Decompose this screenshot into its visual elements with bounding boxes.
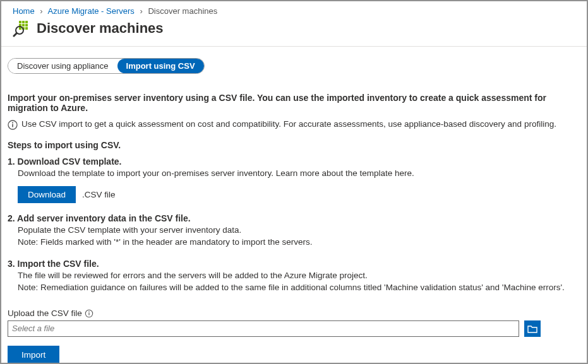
breadcrumb-azure-migrate-servers[interactable]: Azure Migrate - Servers: [48, 6, 135, 16]
svg-rect-0: [19, 21, 21, 23]
tab-import-using-csv[interactable]: Import using CSV: [117, 59, 204, 73]
svg-line-10: [14, 33, 16, 36]
browse-button[interactable]: [524, 320, 541, 337]
discovery-method-toggle: Discover using appliance Import using CS…: [8, 58, 205, 74]
info-text: Use CSV import to get a quick assessment…: [21, 119, 556, 129]
svg-rect-8: [25, 27, 28, 30]
step-2-body-1: Populate the CSV template with your serv…: [18, 225, 580, 237]
tab-discover-using-appliance[interactable]: Discover using appliance: [8, 59, 117, 73]
intro-text: Import your on-premises server inventory…: [8, 93, 580, 113]
svg-rect-16: [88, 313, 89, 315]
import-button[interactable]: Import: [8, 346, 59, 364]
step-2: 2. Add server inventory data in the CSV …: [8, 213, 580, 249]
svg-rect-1: [22, 21, 25, 23]
svg-point-15: [88, 312, 90, 313]
step-1-body: Download the template to import your on-…: [18, 168, 580, 180]
csv-file-label: .CSV file: [82, 190, 116, 199]
svg-rect-4: [22, 24, 25, 26]
step-2-head: 2. Add server inventory data in the CSV …: [8, 213, 580, 223]
discover-icon: [13, 20, 30, 37]
svg-rect-13: [12, 124, 13, 127]
step-3-body-2: Note: Remediation guidance on failures w…: [18, 282, 580, 294]
svg-rect-5: [25, 24, 28, 26]
step-3-head: 3. Import the CSV file.: [8, 259, 580, 269]
info-callout: Use CSV import to get a quick assessment…: [8, 119, 580, 130]
page-header: Discover machines: [1, 18, 587, 47]
page-title: Discover machines: [37, 20, 164, 37]
breadcrumb-home[interactable]: Home: [13, 6, 35, 16]
svg-point-12: [12, 122, 13, 124]
csv-file-input[interactable]: Select a file: [8, 320, 519, 337]
info-icon[interactable]: [85, 309, 93, 318]
breadcrumb: Home › Azure Migrate - Servers › Discove…: [1, 1, 587, 18]
step-2-body-2: Note: Fields marked with '*' in the head…: [18, 237, 580, 249]
step-3-body-1: The file will be reviewed for errors and…: [18, 270, 580, 282]
step-1-head: 1. Download CSV template.: [8, 156, 580, 167]
upload-label: Upload the CSV file: [8, 308, 82, 318]
step-3: 3. Import the CSV file. The file will be…: [8, 259, 580, 294]
step-1: 1. Download CSV template. Download the t…: [8, 156, 580, 203]
folder-icon: [527, 324, 537, 333]
steps-title: Steps to import using CSV.: [8, 140, 580, 150]
download-button[interactable]: Download: [18, 186, 76, 203]
chevron-right-icon: ›: [40, 6, 42, 16]
svg-rect-2: [25, 21, 28, 23]
breadcrumb-current: Discover machines: [148, 6, 217, 16]
chevron-right-icon: ›: [140, 6, 142, 16]
info-icon: [8, 120, 18, 130]
